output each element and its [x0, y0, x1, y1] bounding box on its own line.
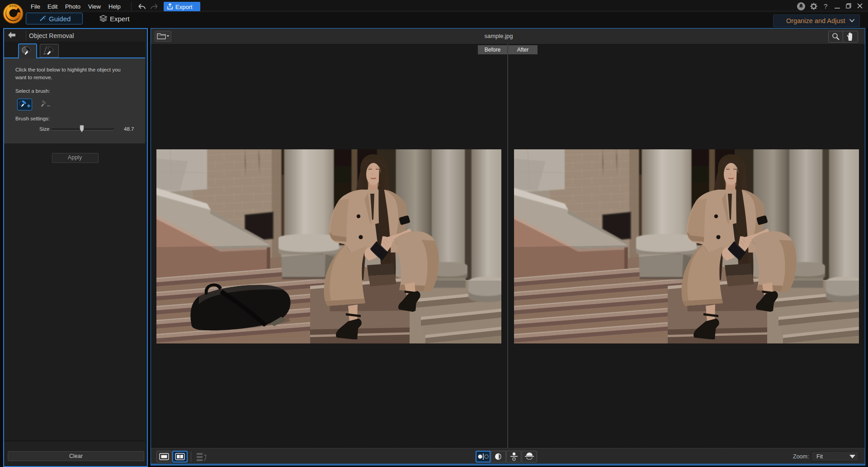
svg-text:?: ?	[824, 2, 827, 10]
